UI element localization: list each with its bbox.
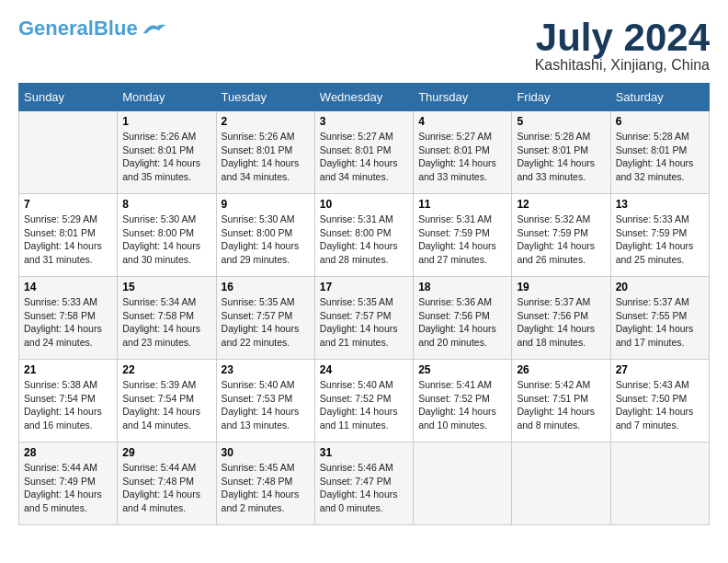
day-number: 29	[122, 446, 210, 459]
day-number: 9	[222, 198, 310, 211]
table-row	[512, 442, 610, 525]
day-info: Sunrise: 5:29 AM Sunset: 8:01 PM Dayligh…	[24, 213, 112, 267]
day-info: Sunrise: 5:46 AM Sunset: 7:47 PM Dayligh…	[320, 461, 408, 515]
day-info: Sunrise: 5:30 AM Sunset: 8:00 PM Dayligh…	[222, 213, 310, 267]
day-info: Sunrise: 5:27 AM Sunset: 8:01 PM Dayligh…	[418, 130, 506, 184]
day-number: 8	[122, 198, 210, 211]
calendar-week-4: 21Sunrise: 5:38 AM Sunset: 7:54 PM Dayli…	[19, 360, 710, 442]
day-info: Sunrise: 5:37 AM Sunset: 7:56 PM Dayligh…	[517, 295, 605, 350]
table-row: 17Sunrise: 5:35 AM Sunset: 7:57 PM Dayli…	[314, 277, 413, 360]
day-number: 2	[222, 115, 310, 128]
calendar-week-3: 14Sunrise: 5:33 AM Sunset: 7:58 PM Dayli…	[19, 277, 710, 360]
day-number: 16	[222, 281, 310, 293]
table-row: 11Sunrise: 5:31 AM Sunset: 7:59 PM Dayli…	[414, 194, 512, 277]
header-monday: Monday	[118, 84, 216, 111]
day-info: Sunrise: 5:27 AM Sunset: 8:01 PM Dayligh…	[320, 130, 408, 184]
day-info: Sunrise: 5:40 AM Sunset: 7:53 PM Dayligh…	[222, 378, 310, 432]
table-row: 27Sunrise: 5:43 AM Sunset: 7:50 PM Dayli…	[610, 360, 709, 442]
day-number: 17	[320, 281, 408, 293]
header-saturday: Saturday	[610, 84, 709, 111]
table-row: 6Sunrise: 5:28 AM Sunset: 8:01 PM Daylig…	[610, 111, 709, 194]
header-friday: Friday	[512, 84, 610, 111]
day-info: Sunrise: 5:42 AM Sunset: 7:51 PM Dayligh…	[517, 378, 605, 432]
day-number: 28	[24, 446, 112, 459]
logo: GeneralBlue	[18, 18, 167, 39]
calendar-week-2: 7Sunrise: 5:29 AM Sunset: 8:01 PM Daylig…	[19, 194, 710, 277]
day-info: Sunrise: 5:28 AM Sunset: 8:01 PM Dayligh…	[616, 130, 704, 184]
day-number: 26	[517, 363, 605, 376]
day-number: 19	[517, 281, 605, 293]
day-number: 24	[320, 363, 408, 376]
day-number: 18	[418, 281, 506, 293]
day-number: 13	[616, 198, 704, 211]
day-number: 22	[122, 363, 210, 376]
day-info: Sunrise: 5:39 AM Sunset: 7:54 PM Dayligh…	[122, 378, 210, 432]
calendar-week-1: 1Sunrise: 5:26 AM Sunset: 8:01 PM Daylig…	[19, 111, 710, 194]
day-info: Sunrise: 5:28 AM Sunset: 8:01 PM Dayligh…	[517, 130, 605, 184]
table-row: 30Sunrise: 5:45 AM Sunset: 7:48 PM Dayli…	[216, 442, 314, 525]
day-info: Sunrise: 5:36 AM Sunset: 7:56 PM Dayligh…	[418, 295, 506, 350]
table-row: 5Sunrise: 5:28 AM Sunset: 8:01 PM Daylig…	[512, 111, 610, 194]
day-number: 7	[24, 198, 112, 211]
day-number: 27	[616, 363, 704, 376]
day-info: Sunrise: 5:45 AM Sunset: 7:48 PM Dayligh…	[222, 461, 310, 515]
table-row: 13Sunrise: 5:33 AM Sunset: 7:59 PM Dayli…	[610, 194, 709, 277]
table-row: 26Sunrise: 5:42 AM Sunset: 7:51 PM Dayli…	[512, 360, 610, 442]
table-row: 10Sunrise: 5:31 AM Sunset: 8:00 PM Dayli…	[314, 194, 413, 277]
day-number: 15	[122, 281, 210, 293]
table-row: 16Sunrise: 5:35 AM Sunset: 7:57 PM Dayli…	[216, 277, 314, 360]
day-number: 25	[418, 363, 506, 376]
logo-general: General	[18, 17, 94, 40]
header-sunday: Sunday	[19, 84, 118, 111]
logo-text: GeneralBlue	[18, 18, 138, 39]
table-row	[610, 442, 709, 525]
table-row: 21Sunrise: 5:38 AM Sunset: 7:54 PM Dayli…	[19, 360, 118, 442]
table-row: 23Sunrise: 5:40 AM Sunset: 7:53 PM Dayli…	[216, 360, 314, 442]
day-info: Sunrise: 5:35 AM Sunset: 7:57 PM Dayligh…	[320, 295, 408, 350]
logo-bird-icon	[140, 20, 167, 37]
day-info: Sunrise: 5:26 AM Sunset: 8:01 PM Dayligh…	[222, 130, 310, 184]
table-row: 9Sunrise: 5:30 AM Sunset: 8:00 PM Daylig…	[216, 194, 314, 277]
logo-blue: Blue	[94, 17, 138, 40]
day-info: Sunrise: 5:44 AM Sunset: 7:48 PM Dayligh…	[122, 461, 210, 515]
day-info: Sunrise: 5:26 AM Sunset: 8:01 PM Dayligh…	[122, 130, 210, 184]
header-tuesday: Tuesday	[216, 84, 314, 111]
day-info: Sunrise: 5:33 AM Sunset: 7:58 PM Dayligh…	[24, 295, 112, 350]
day-number: 31	[320, 446, 408, 459]
day-info: Sunrise: 5:37 AM Sunset: 7:55 PM Dayligh…	[616, 295, 704, 350]
calendar-week-5: 28Sunrise: 5:44 AM Sunset: 7:49 PM Dayli…	[19, 442, 710, 525]
day-number: 11	[418, 198, 506, 211]
table-row: 8Sunrise: 5:30 AM Sunset: 8:00 PM Daylig…	[118, 194, 216, 277]
day-number: 6	[616, 115, 704, 128]
table-row: 18Sunrise: 5:36 AM Sunset: 7:56 PM Dayli…	[414, 277, 512, 360]
table-row: 25Sunrise: 5:41 AM Sunset: 7:52 PM Dayli…	[414, 360, 512, 442]
page-header: GeneralBlue July 2024 Kashitashi, Xinjia…	[18, 18, 710, 74]
day-info: Sunrise: 5:33 AM Sunset: 7:59 PM Dayligh…	[616, 213, 704, 267]
day-number: 10	[320, 198, 408, 211]
table-row: 29Sunrise: 5:44 AM Sunset: 7:48 PM Dayli…	[118, 442, 216, 525]
day-info: Sunrise: 5:41 AM Sunset: 7:52 PM Dayligh…	[418, 378, 506, 432]
day-info: Sunrise: 5:30 AM Sunset: 8:00 PM Dayligh…	[122, 213, 210, 267]
day-info: Sunrise: 5:31 AM Sunset: 8:00 PM Dayligh…	[320, 213, 408, 267]
table-row: 4Sunrise: 5:27 AM Sunset: 8:01 PM Daylig…	[414, 111, 512, 194]
day-number: 5	[517, 115, 605, 128]
month-title: July 2024	[535, 18, 710, 57]
day-info: Sunrise: 5:31 AM Sunset: 7:59 PM Dayligh…	[418, 213, 506, 267]
day-number: 3	[320, 115, 408, 128]
table-row	[414, 442, 512, 525]
location: Kashitashi, Xinjiang, China	[535, 57, 710, 74]
table-row: 2Sunrise: 5:26 AM Sunset: 8:01 PM Daylig…	[216, 111, 314, 194]
day-info: Sunrise: 5:34 AM Sunset: 7:58 PM Dayligh…	[122, 295, 210, 350]
day-number: 1	[122, 115, 210, 128]
table-row: 14Sunrise: 5:33 AM Sunset: 7:58 PM Dayli…	[19, 277, 118, 360]
table-row: 7Sunrise: 5:29 AM Sunset: 8:01 PM Daylig…	[19, 194, 118, 277]
day-number: 21	[24, 363, 112, 376]
day-info: Sunrise: 5:40 AM Sunset: 7:52 PM Dayligh…	[320, 378, 408, 432]
title-block: July 2024 Kashitashi, Xinjiang, China	[535, 18, 710, 74]
day-number: 23	[222, 363, 310, 376]
table-row: 19Sunrise: 5:37 AM Sunset: 7:56 PM Dayli…	[512, 277, 610, 360]
calendar-header-row: SundayMondayTuesdayWednesdayThursdayFrid…	[19, 84, 710, 111]
day-info: Sunrise: 5:43 AM Sunset: 7:50 PM Dayligh…	[616, 378, 704, 432]
day-info: Sunrise: 5:38 AM Sunset: 7:54 PM Dayligh…	[24, 378, 112, 432]
table-row: 22Sunrise: 5:39 AM Sunset: 7:54 PM Dayli…	[118, 360, 216, 442]
